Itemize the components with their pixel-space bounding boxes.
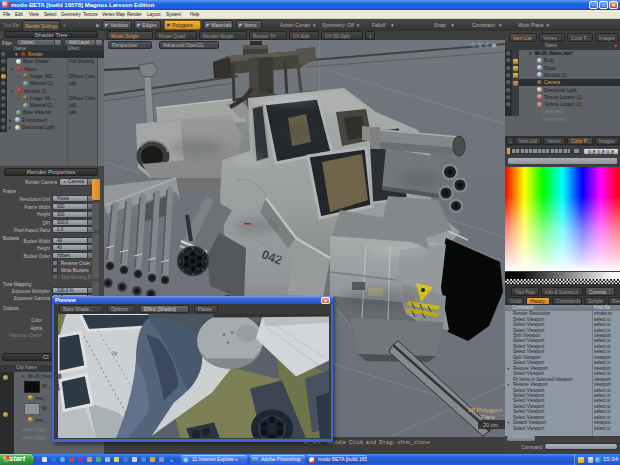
svg-text:20 cm: 20 cm xyxy=(483,422,498,428)
svg-text:-: - xyxy=(306,316,308,322)
svg-text:×: × xyxy=(313,316,317,322)
svg-text:38 Polygons: 38 Polygons xyxy=(468,406,502,413)
svg-text:Plane: Plane xyxy=(481,414,495,420)
svg-text:+: + xyxy=(299,316,303,322)
